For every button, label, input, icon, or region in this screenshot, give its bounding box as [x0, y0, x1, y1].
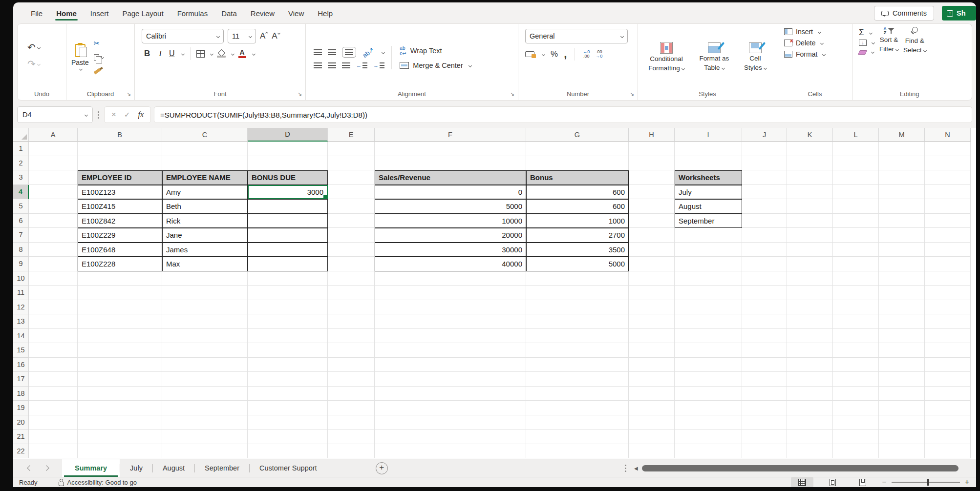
cell-E15[interactable] [328, 343, 375, 358]
percent-style-button[interactable]: % [551, 49, 558, 59]
bottom-align-button[interactable] [342, 47, 356, 58]
cell-C3[interactable]: EMPLOYEE NAME [162, 170, 248, 185]
cell-K14[interactable] [787, 329, 833, 344]
menu-item-help[interactable]: Help [311, 4, 340, 21]
cell-G16[interactable] [526, 358, 629, 372]
insert-function-icon[interactable]: fx [138, 110, 144, 119]
cell-M2[interactable] [879, 156, 925, 171]
column-header-G[interactable]: G [526, 128, 629, 142]
cell-H13[interactable] [629, 314, 675, 329]
cell-C11[interactable] [162, 286, 248, 300]
cell-E5[interactable] [328, 199, 375, 214]
cell-D14[interactable] [248, 329, 328, 344]
cell-N14[interactable] [925, 329, 971, 344]
cell-G9[interactable]: 5000 [526, 257, 629, 271]
menu-item-file[interactable]: File [24, 4, 49, 21]
row-header-20[interactable]: 20 [13, 415, 29, 430]
cell-A4[interactable] [29, 185, 78, 200]
zoom-out-button[interactable]: − [882, 479, 886, 486]
font-color-button[interactable]: A [238, 49, 247, 58]
cell-K13[interactable] [787, 314, 833, 329]
cell-B13[interactable] [78, 314, 162, 329]
new-sheet-button[interactable]: + [376, 462, 388, 474]
cell-N6[interactable] [925, 214, 971, 228]
cell-M16[interactable] [879, 358, 925, 372]
merge-center-button[interactable]: Merge & Center [400, 61, 471, 69]
cell-J22[interactable] [742, 444, 787, 459]
row-header-7[interactable]: 7 [13, 228, 29, 243]
cell-H3[interactable] [629, 170, 675, 185]
scrollbar-thumb[interactable] [642, 465, 959, 471]
cell-A1[interactable] [29, 142, 78, 156]
cell-K17[interactable] [787, 372, 833, 387]
previous-sheet-arrow[interactable] [27, 465, 32, 471]
cell-I5[interactable]: August [675, 199, 742, 214]
row-header-1[interactable]: 1 [13, 142, 29, 156]
cell-D18[interactable] [248, 387, 328, 401]
cell-N12[interactable] [925, 300, 971, 315]
delete-cells-button[interactable]: Delete [784, 39, 823, 47]
cell-F14[interactable] [375, 329, 526, 344]
cell-L16[interactable] [833, 358, 879, 372]
top-align-button[interactable] [314, 49, 322, 55]
cell-K16[interactable] [787, 358, 833, 372]
cell-I13[interactable] [675, 314, 742, 329]
cell-L2[interactable] [833, 156, 879, 171]
cell-F17[interactable] [375, 372, 526, 387]
cell-A6[interactable] [29, 214, 78, 228]
cell-B9[interactable]: E100Z228 [78, 257, 162, 271]
cell-K8[interactable] [787, 243, 833, 257]
cell-D22[interactable] [248, 444, 328, 459]
cell-styles-button[interactable]: Cell Styles [744, 42, 767, 72]
menu-item-formulas[interactable]: Formulas [170, 4, 215, 21]
cell-A8[interactable] [29, 243, 78, 257]
cell-N4[interactable] [925, 185, 971, 200]
clipboard-dialog-launcher[interactable]: ↘ [127, 91, 131, 97]
format-cells-button[interactable]: Format [784, 50, 825, 58]
format-painter-button[interactable] [91, 65, 107, 75]
cell-B3[interactable]: EMPLOYEE ID [78, 170, 162, 185]
cell-G18[interactable] [526, 387, 629, 401]
cell-N2[interactable] [925, 156, 971, 171]
cell-B2[interactable] [78, 156, 162, 171]
row-header-21[interactable]: 21 [13, 430, 29, 444]
cell-E9[interactable] [328, 257, 375, 271]
comma-style-button[interactable]: , [564, 52, 567, 57]
cell-B17[interactable] [78, 372, 162, 387]
cell-H2[interactable] [629, 156, 675, 171]
cell-M11[interactable] [879, 286, 925, 300]
cell-D12[interactable] [248, 300, 328, 315]
clear-button[interactable] [859, 49, 874, 55]
cell-D19[interactable] [248, 401, 328, 415]
cell-K6[interactable] [787, 214, 833, 228]
cell-D2[interactable] [248, 156, 328, 171]
cell-D4[interactable]: 3000 [248, 185, 328, 200]
underline-button[interactable]: U [168, 49, 176, 58]
column-header-K[interactable]: K [787, 128, 833, 142]
cell-H4[interactable] [629, 185, 675, 200]
cell-A7[interactable] [29, 228, 78, 243]
cell-I4[interactable]: July [675, 185, 742, 200]
cell-H19[interactable] [629, 401, 675, 415]
page-layout-view-button[interactable] [821, 477, 844, 487]
row-header-2[interactable]: 2 [13, 156, 29, 171]
scrollbar-kebab-dots[interactable] [625, 468, 626, 469]
column-header-A[interactable]: A [29, 128, 78, 142]
cell-A13[interactable] [29, 314, 78, 329]
cell-M21[interactable] [879, 430, 925, 444]
cell-L5[interactable] [833, 199, 879, 214]
cell-J1[interactable] [742, 142, 787, 156]
fill-color-button[interactable] [217, 50, 226, 58]
cell-A14[interactable] [29, 329, 78, 344]
cell-I15[interactable] [675, 343, 742, 358]
row-header-10[interactable]: 10 [13, 271, 29, 286]
cell-E13[interactable] [328, 314, 375, 329]
cell-M3[interactable] [879, 170, 925, 185]
cell-K1[interactable] [787, 142, 833, 156]
cell-I1[interactable] [675, 142, 742, 156]
cell-C21[interactable] [162, 430, 248, 444]
row-header-14[interactable]: 14 [13, 329, 29, 344]
share-button[interactable]: ↑ Sh [942, 6, 976, 20]
cell-C12[interactable] [162, 300, 248, 315]
row-header-15[interactable]: 15 [13, 343, 29, 358]
